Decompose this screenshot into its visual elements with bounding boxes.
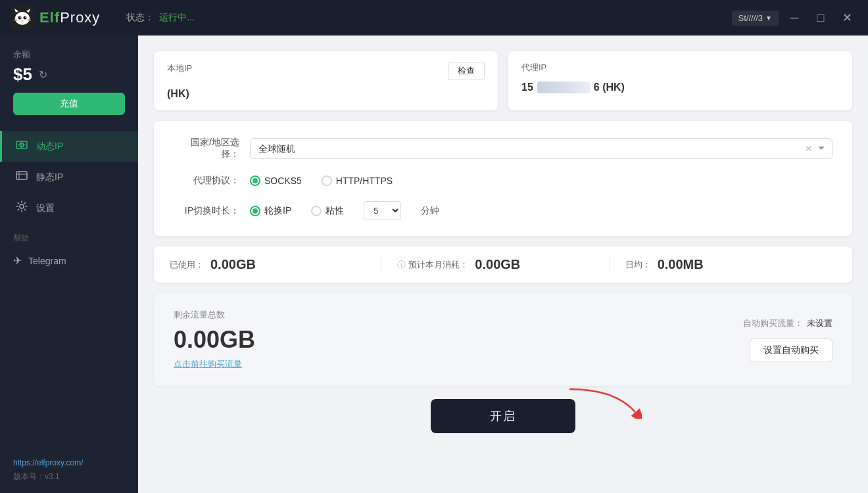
arrow-indicator <box>563 386 642 419</box>
proxy-ip-title: 代理IP <box>521 62 839 74</box>
main-content: 本地IP 检查 (HK) 代理IP 15 6 (HK) 国家/地区选择 <box>138 35 868 493</box>
daily-label: 日均： <box>625 259 651 271</box>
sidebar: 余额 $5 ↻ 充值 动态IP 静态IP <box>0 35 138 493</box>
country-label: 国家/地区选择： <box>174 137 239 160</box>
proxy-ip-masked <box>537 82 590 93</box>
sidebar-item-static-ip[interactable]: 静态IP <box>0 162 138 193</box>
status-area: 状态： 运行中... <box>126 12 195 24</box>
minimize-button[interactable]: ─ <box>784 7 805 28</box>
ip-switch-row: IP切换时长： 轮换IP 粘性 5 1 2 3 10 <box>174 201 832 220</box>
info-icon: ⓘ <box>397 259 406 271</box>
help-section-label: 帮助 <box>0 223 138 246</box>
estimated-stat: ⓘ 预计本月消耗： 0.00GB <box>381 257 608 272</box>
balance-section: 余额 $5 ↻ 充值 <box>0 35 138 126</box>
socks5-label: SOCKS5 <box>264 176 302 186</box>
traffic-buy-link[interactable]: 点击前往购买流量 <box>174 359 242 369</box>
svg-point-6 <box>21 20 24 21</box>
auto-buy-value: 未设置 <box>807 317 832 329</box>
minutes-label: 分钟 <box>421 205 439 217</box>
balance-label: 余额 <box>13 49 125 60</box>
status-label: 状态： <box>126 12 154 24</box>
sticky-radio[interactable]: 粘性 <box>311 205 344 217</box>
sidebar-settings-label: 设置 <box>36 202 55 214</box>
version-text: 版本号：v3.1 <box>13 472 60 481</box>
used-label: 已使用： <box>170 259 204 271</box>
http-radio[interactable]: HTTP/HTTPS <box>322 176 393 186</box>
balance-row: $5 ↻ <box>13 64 125 85</box>
maximize-button[interactable]: □ <box>810 7 831 28</box>
ip-switch-label: IP切换时长： <box>174 205 239 217</box>
auto-buy-label: 自动购买流量： <box>743 317 803 329</box>
protocol-row: 代理协议： SOCKS5 HTTP/HTTPS <box>174 175 832 187</box>
traffic-title: 剩余流量总数 <box>174 309 255 321</box>
dropdown-chevron-icon: ▼ <box>765 14 772 22</box>
sidebar-item-dynamic-ip[interactable]: 动态IP <box>0 131 138 162</box>
static-ip-icon <box>15 170 28 185</box>
rotate-radio[interactable]: 轮换IP <box>250 205 291 217</box>
auto-buy-row: 自动购买流量： 未设置 <box>743 317 832 329</box>
used-stat: 已使用： 0.00GB <box>170 257 381 272</box>
minutes-select[interactable]: 5 1 2 3 10 15 30 <box>364 201 401 220</box>
close-button[interactable]: ✕ <box>836 7 857 28</box>
sticky-radio-circle <box>311 206 322 216</box>
rotate-label: 轮换IP <box>264 205 291 217</box>
stats-row: 已使用： 0.00GB ⓘ 预计本月消耗： 0.00GB 日均： 0.00MB <box>154 246 852 283</box>
local-ip-title: 本地IP <box>167 62 192 74</box>
sidebar-item-settings[interactable]: 设置 <box>0 193 138 223</box>
sidebar-static-ip-label: 静态IP <box>36 172 63 183</box>
auto-buy-button[interactable]: 设置自动购买 <box>750 339 832 362</box>
sidebar-telegram-label: Telegram <box>28 256 66 266</box>
user-info[interactable]: St/////3 ▼ <box>732 11 779 26</box>
website-link[interactable]: https://elfproxy.com/ <box>13 458 125 467</box>
proxy-ip-value-row: 15 6 (HK) <box>521 82 839 93</box>
telegram-icon: ✈ <box>13 254 22 267</box>
proxy-ip-prefix: 15 <box>521 82 533 93</box>
cat-logo-icon <box>11 6 34 30</box>
socks5-radio[interactable]: SOCKS5 <box>250 176 302 186</box>
titlebar: ElfProxy 状态： 运行中... St/////3 ▼ ─ □ ✕ <box>0 0 868 35</box>
recharge-button[interactable]: 充值 <box>13 93 125 115</box>
traffic-panel: 剩余流量总数 0.00GB 点击前往购买流量 自动购买流量： 未设置 设置自动购… <box>154 293 852 386</box>
ip-switch-control: 轮换IP 粘性 5 1 2 3 10 15 30 分 <box>250 201 832 220</box>
svg-point-2 <box>18 16 22 20</box>
http-label: HTTP/HTTPS <box>336 176 393 186</box>
clear-icon[interactable]: ✕ <box>805 143 813 154</box>
country-select-wrapper: 全球随机 ✕ <box>250 138 832 159</box>
protocol-radio-group: SOCKS5 HTTP/HTTPS <box>250 176 832 186</box>
svg-point-18 <box>20 204 24 208</box>
user-text: St/////3 <box>738 13 763 23</box>
traffic-left: 剩余流量总数 0.00GB 点击前往购买流量 <box>174 309 255 370</box>
sidebar-nav: 动态IP 静态IP 设置 帮助 ✈ Telegram <box>0 126 138 448</box>
app-name-logo-text: ElfProxy <box>39 9 100 26</box>
svg-point-5 <box>25 16 26 18</box>
svg-rect-15 <box>16 172 27 179</box>
daily-stat: 日均： 0.00MB <box>609 257 836 272</box>
dynamic-ip-icon <box>15 139 28 154</box>
rotate-radio-circle <box>250 206 260 216</box>
local-ip-value: (HK) <box>167 88 485 100</box>
used-value: 0.00GB <box>210 257 256 272</box>
traffic-amount: 0.00GB <box>174 326 255 354</box>
country-select[interactable]: 全球随机 <box>250 138 832 159</box>
main-layout: 余额 $5 ↻ 充值 动态IP 静态IP <box>0 35 868 493</box>
sidebar-dynamic-ip-label: 动态IP <box>36 141 63 153</box>
daily-value: 0.00MB <box>658 257 704 272</box>
proxy-ip-suffix: 6 (HK) <box>594 82 625 93</box>
start-button[interactable]: 开启 <box>431 399 575 433</box>
balance-amount: $5 <box>13 64 32 85</box>
ip-check-button[interactable]: 检查 <box>448 62 485 80</box>
sidebar-item-telegram[interactable]: ✈ Telegram <box>0 246 138 275</box>
proxy-ip-card: 代理IP 15 6 (HK) <box>508 51 852 110</box>
settings-panel: 国家/地区选择： 全球随机 ✕ 代理协议： SOCKS5 <box>154 121 852 236</box>
ip-cards-row: 本地IP 检查 (HK) 代理IP 15 6 (HK) <box>154 51 852 110</box>
svg-point-3 <box>24 16 27 20</box>
country-select-row: 国家/地区选择： 全球随机 ✕ <box>174 137 832 160</box>
socks5-radio-circle <box>250 176 260 186</box>
protocol-label: 代理协议： <box>174 175 239 187</box>
titlebar-controls: St/////3 ▼ ─ □ ✕ <box>732 7 857 28</box>
svg-point-4 <box>20 16 21 18</box>
local-ip-header: 本地IP 检查 <box>167 62 485 80</box>
refresh-icon[interactable]: ↻ <box>39 68 47 81</box>
sidebar-footer: https://elfproxy.com/ 版本号：v3.1 <box>0 448 138 493</box>
estimated-value: 0.00GB <box>475 257 520 272</box>
